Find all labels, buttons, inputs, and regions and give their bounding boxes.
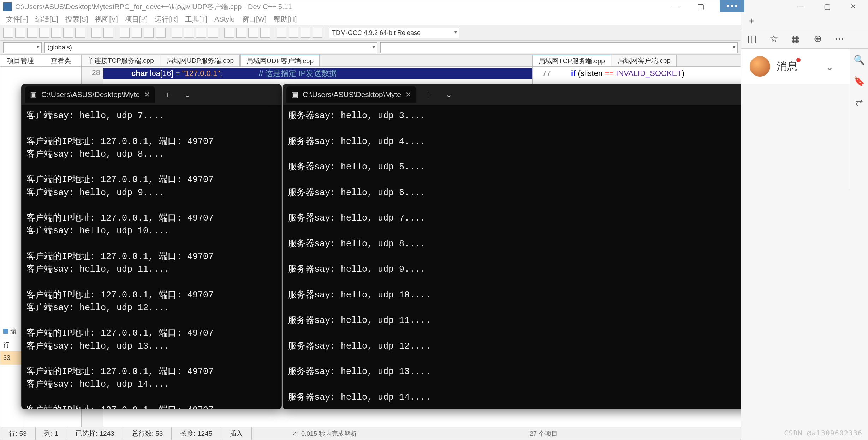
status-length: 长度: 1245 [172, 427, 221, 440]
search-icon[interactable]: 🔍 [854, 54, 865, 66]
nav-combo-globals-label: (globals) [48, 44, 72, 51]
tb-open-icon[interactable] [15, 28, 25, 38]
menu-help[interactable]: 帮助[H] [271, 13, 300, 25]
editor-tab-0[interactable]: 单连接TCP服务端.cpp [82, 55, 160, 66]
devcpp-toolbar: TDM-GCC 4.9.2 64-bit Release [0, 25, 741, 41]
bookmark-icon[interactable]: 🔖 [854, 76, 865, 87]
tb-debug-icon[interactable] [224, 28, 234, 38]
tb-x-icon[interactable] [289, 28, 298, 38]
side-tab-project[interactable]: 项目管理 [0, 55, 41, 66]
devcpp-titlebar[interactable]: C:\Users\ASUS\Desktop\MytestRPG_for_devc… [0, 0, 741, 13]
bottom-tab-33[interactable]: 33 [0, 351, 23, 365]
tb-find-icon[interactable] [120, 28, 130, 38]
right-tab-0[interactable]: 局域网TCP服务端.cpp [533, 55, 611, 66]
terminal-client-window[interactable]: ▣ C:\Users\ASUS\Desktop\Myte ✕ ＋ ⌄ 客户端sa… [21, 84, 282, 409]
menu-window[interactable]: 窗口[W] [239, 13, 269, 25]
new-tab-icon[interactable]: ＋ [160, 89, 176, 100]
tb-compilerun-icon[interactable] [196, 28, 206, 38]
devcpp-title: C:\Users\ASUS\Desktop\MytestRPG_for_devc… [15, 2, 664, 12]
edge-window[interactable]: — ▢ ✕ ＋ ◫ ☆ ▦ ⊕ ⋯ 消息 ⌄ 🔍 🔖 ⇄ [741, 0, 868, 440]
right-code-line-77[interactable]: if (slisten == INVALID_SOCKET) [554, 69, 684, 79]
terminal-client-tabbar[interactable]: ▣ C:\Users\ASUS\Desktop\Myte ✕ ＋ ⌄ [22, 84, 281, 105]
tb-goto-icon[interactable] [156, 28, 166, 38]
terminal-server-tab-title: C:\Users\ASUS\Desktop\Myte [303, 90, 401, 99]
side-tab-class[interactable]: 查看类 [41, 55, 82, 66]
menu-view[interactable]: 视图[V] [92, 13, 120, 25]
close-icon[interactable]: ✕ [840, 0, 866, 13]
new-tab-icon[interactable]: ＋ [421, 89, 437, 100]
tb-closeall-icon[interactable] [63, 28, 73, 38]
right-tab-1[interactable]: 局域网客户端.cpp [612, 55, 677, 66]
settings-menu-icon[interactable]: ⋯ [834, 33, 845, 44]
favorites-icon[interactable]: ☆ [768, 33, 779, 44]
menu-file[interactable]: 文件[F] [3, 13, 31, 25]
tb-compile-icon[interactable] [172, 28, 182, 38]
tb-close-icon[interactable] [51, 28, 61, 38]
edge-toolbar: ◫ ☆ ▦ ⊕ ⋯ [741, 29, 868, 49]
tb-profile-icon[interactable] [248, 28, 258, 38]
bottom-tab-compile[interactable]: 编 [0, 325, 23, 338]
minimize-icon[interactable]: — [664, 0, 688, 13]
edge-titlebar[interactable]: — ▢ ✕ [741, 0, 868, 13]
tb-new-icon[interactable] [3, 28, 13, 38]
menu-project[interactable]: 项目[P] [122, 13, 150, 25]
collections-icon[interactable]: ▦ [790, 33, 801, 44]
edge-tabbar[interactable]: ＋ [741, 13, 868, 29]
menu-edit[interactable]: 编辑[E] [32, 13, 61, 25]
maximize-icon[interactable]: ▢ [814, 0, 840, 13]
nav-combo-globals[interactable]: (globals) [44, 42, 377, 53]
tb-rebuild-icon[interactable] [208, 28, 218, 38]
tb-run-icon[interactable] [184, 28, 194, 38]
editor-tab-1[interactable]: 局域网UDP服务端.cpp [161, 55, 240, 66]
tb-undo-icon[interactable] [91, 28, 101, 38]
status-col: 列: 1 [36, 427, 67, 440]
devcpp-nav-combos: (globals) [0, 41, 741, 55]
tab-close-icon[interactable]: ✕ [405, 90, 411, 99]
tab-close-icon[interactable]: ✕ [144, 90, 150, 99]
terminal-client-tab[interactable]: ▣ C:\Users\ASUS\Desktop\Myte ✕ [25, 86, 155, 103]
new-tab-icon[interactable]: ＋ [745, 14, 759, 28]
right-gutter-77: 77 [533, 69, 551, 79]
terminal-icon: ▣ [30, 90, 37, 99]
menu-tools[interactable]: 工具[T] [182, 13, 210, 25]
menu-run[interactable]: 运行[R] [152, 13, 181, 25]
status-total: 总行数: 53 [123, 427, 172, 440]
menu-astyle[interactable]: AStyle [212, 14, 238, 25]
tb-saveall-icon[interactable] [39, 28, 49, 38]
maximize-icon[interactable]: ▢ [688, 0, 713, 13]
terminal-server-tab[interactable]: ▣ C:\Users\ASUS\Desktop\Myte ✕ [286, 86, 416, 103]
tb-redo-icon[interactable] [103, 28, 113, 38]
compiler-select[interactable]: TDM-GCC 4.9.2 64-bit Release [329, 28, 459, 38]
nav-combo-3[interactable] [380, 42, 738, 53]
tab-dropdown-icon[interactable]: ⌄ [180, 90, 195, 100]
editor-tab-2[interactable]: 局域网UDP客户端.cpp [240, 55, 320, 66]
tb-delete-icon[interactable] [260, 28, 270, 38]
swap-icon[interactable]: ⇄ [854, 97, 865, 108]
parse-status: 在 0.015 秒内完成解析 [293, 429, 357, 438]
tb-tools-icon[interactable] [313, 28, 322, 38]
status-selected: 已选择: 1243 [67, 427, 123, 440]
status-line: 行: 53 [0, 427, 36, 440]
tb-replace-icon[interactable] [132, 28, 142, 38]
terminal-client-output[interactable]: 客户端say: hello, udp 7.... 客户端的IP地址: 127.0… [22, 105, 281, 409]
tb-chart-icon[interactable] [301, 28, 310, 38]
tb-findfiles-icon[interactable] [144, 28, 154, 38]
chevron-down-icon[interactable]: ⌄ [825, 60, 834, 73]
avatar[interactable] [750, 56, 770, 77]
split-screen-icon[interactable]: ◫ [746, 33, 757, 44]
bottom-tab-resources[interactable]: 行 [0, 338, 23, 351]
tb-save-icon[interactable] [27, 28, 37, 38]
extensions-icon[interactable]: ⊕ [812, 33, 823, 44]
terminal-icon: ▣ [291, 90, 298, 99]
tb-check-icon[interactable] [277, 28, 286, 38]
tb-print-icon[interactable] [75, 28, 85, 38]
devcpp-statusbar: 行: 53 列: 1 已选择: 1243 总行数: 53 长度: 1245 插入 [0, 427, 741, 440]
tab-dropdown-icon[interactable]: ⌄ [442, 90, 456, 100]
minimize-icon[interactable]: — [788, 0, 814, 13]
nav-combo-1[interactable] [3, 42, 42, 53]
menu-search[interactable]: 搜索[S] [63, 13, 91, 25]
tb-stop-icon[interactable] [236, 28, 246, 38]
right-code-editor[interactable]: 77 if (slisten == INVALID_SOCKET) [533, 67, 741, 79]
messages-label[interactable]: 消息 [777, 59, 798, 74]
devcpp-menubar: 文件[F] 编辑[E] 搜索[S] 视图[V] 项目[P] 运行[R] 工具[T… [0, 13, 741, 25]
